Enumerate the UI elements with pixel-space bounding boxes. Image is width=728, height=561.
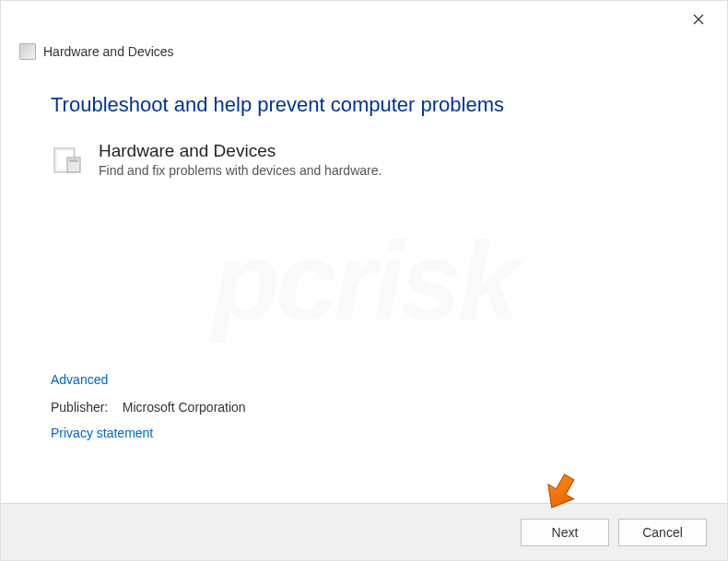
troubleshooter-text: Hardware and Devices Find and fix proble… [99,141,677,178]
page-title: Troubleshoot and help prevent computer p… [51,93,677,117]
publisher-line: Publisher: Microsoft Corporation [51,400,246,415]
content-area: Troubleshoot and help prevent computer p… [1,76,727,178]
titlebar [1,1,727,40]
dialog-footer: Next Cancel [1,503,727,560]
advanced-link[interactable]: Advanced [51,372,246,387]
window-title: Hardware and Devices [43,44,174,59]
publisher-value: Microsoft Corporation [123,400,246,415]
troubleshooter-title: Hardware and Devices [99,141,677,161]
cancel-button[interactable]: Cancel [618,519,707,546]
close-icon [693,14,704,28]
privacy-statement-link[interactable]: Privacy statement [51,426,246,440]
dialog-header: Hardware and Devices [1,40,727,76]
svg-rect-5 [69,159,78,162]
troubleshooter-app-icon [19,43,36,60]
next-button[interactable]: Next [521,519,609,546]
troubleshooter-description: Find and fix problems with devices and h… [99,163,677,178]
troubleshooter-dialog: pcrisk Hardware and Devices Troubleshoot… [0,0,728,561]
publisher-label: Publisher: [51,400,108,415]
troubleshooter-item: Hardware and Devices Find and fix proble… [51,141,677,178]
hardware-devices-icon [51,143,84,176]
close-button[interactable] [677,6,720,35]
lower-links: Advanced Publisher: Microsoft Corporatio… [51,372,246,440]
